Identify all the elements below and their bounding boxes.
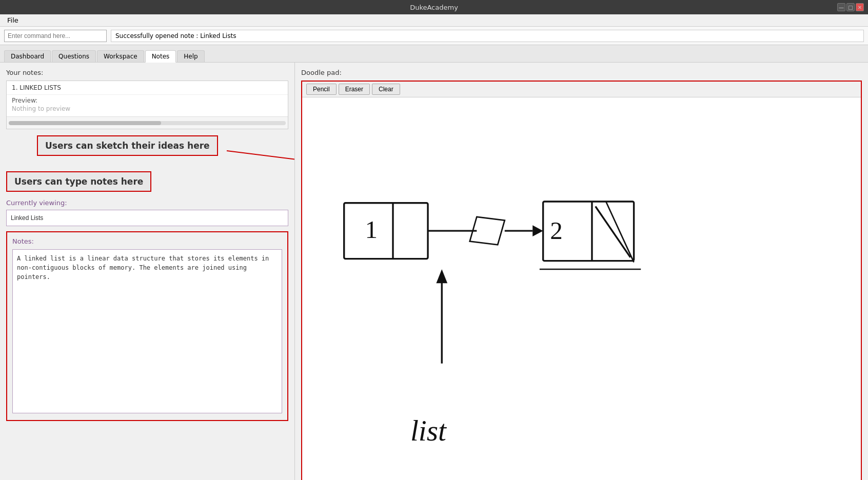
- svg-text:1: 1: [365, 215, 378, 244]
- close-button[interactable]: ✕: [856, 3, 864, 11]
- svg-text:list: list: [410, 414, 447, 447]
- pencil-button[interactable]: Pencil: [306, 84, 337, 95]
- svg-rect-2: [344, 203, 428, 259]
- eraser-button[interactable]: Eraser: [339, 84, 370, 95]
- currently-viewing-input[interactable]: [6, 210, 288, 226]
- svg-text:2: 2: [550, 216, 563, 245]
- note-item-title: 1. LINKED LISTS: [12, 84, 61, 91]
- status-text: Successfully opened note : Linked Lists: [111, 30, 864, 42]
- doodle-title: Doodle pad:: [301, 69, 862, 76]
- notes-list: 1. LINKED LISTS Preview: Nothing to prev…: [6, 81, 288, 129]
- notes-section-title: Notes:: [12, 237, 282, 245]
- command-bar: Successfully opened note : Linked Lists: [0, 27, 868, 45]
- right-panel: Doodle pad: Pencil Eraser Clear 1: [295, 63, 868, 480]
- svg-marker-8: [532, 225, 543, 236]
- left-panel: Your notes: 1. LINKED LISTS Preview: Not…: [0, 63, 295, 480]
- tab-dashboard[interactable]: Dashboard: [4, 50, 51, 62]
- svg-line-12: [596, 206, 630, 257]
- title-bar: DukeAcademy — □ ✕: [0, 0, 868, 14]
- tab-bar: Dashboard Questions Workspace Notes Help: [0, 45, 868, 63]
- annotation-notes-box: Users can type notes here: [6, 171, 151, 192]
- main-content: Your notes: 1. LINKED LISTS Preview: Not…: [0, 63, 868, 480]
- your-notes-label: Your notes:: [6, 69, 288, 76]
- window-controls[interactable]: — □ ✕: [837, 3, 864, 11]
- currently-viewing-label: Currently viewing:: [6, 199, 288, 207]
- menu-file[interactable]: File: [4, 15, 22, 25]
- preview-text: Nothing to preview: [7, 105, 288, 116]
- tab-questions[interactable]: Questions: [52, 50, 96, 62]
- doodle-container: Pencil Eraser Clear 1: [301, 81, 862, 480]
- tab-help[interactable]: Help: [177, 50, 204, 62]
- tab-notes[interactable]: Notes: [145, 50, 176, 63]
- svg-line-13: [606, 202, 634, 262]
- notes-textarea[interactable]: A linked list is a linear data structure…: [12, 249, 282, 413]
- svg-line-1: [227, 151, 295, 161]
- annotation-sketch-box: Users can sketch their ideas here: [37, 135, 218, 156]
- svg-marker-16: [436, 269, 447, 283]
- command-input[interactable]: [4, 30, 107, 42]
- maximize-button[interactable]: □: [846, 3, 855, 11]
- tab-workspace[interactable]: Workspace: [97, 50, 144, 62]
- preview-label: Preview:: [7, 95, 288, 105]
- doodle-canvas[interactable]: 1 2: [302, 97, 861, 480]
- notes-section: Notes: A linked list is a linear data st…: [6, 231, 288, 421]
- minimize-button[interactable]: —: [837, 3, 845, 11]
- sketch-arrow: [227, 141, 295, 166]
- doodle-svg: 1 2: [302, 97, 861, 480]
- clear-button[interactable]: Clear: [372, 84, 400, 95]
- app-title: DukeAcademy: [410, 4, 458, 11]
- note-item-linked-lists[interactable]: 1. LINKED LISTS: [7, 81, 288, 95]
- doodle-toolbar: Pencil Eraser Clear: [302, 82, 861, 97]
- menu-bar: File: [0, 14, 868, 27]
